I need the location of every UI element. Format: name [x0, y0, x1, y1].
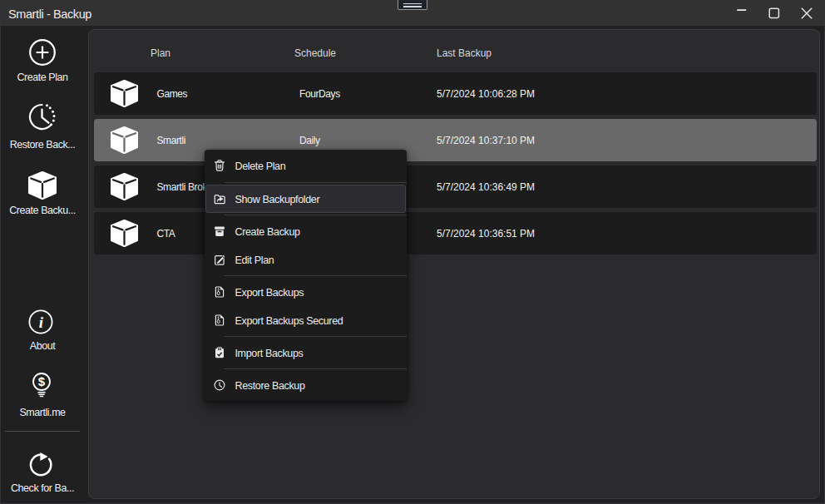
svg-text:$: $ [38, 374, 46, 388]
svg-text:i: i [39, 314, 44, 331]
